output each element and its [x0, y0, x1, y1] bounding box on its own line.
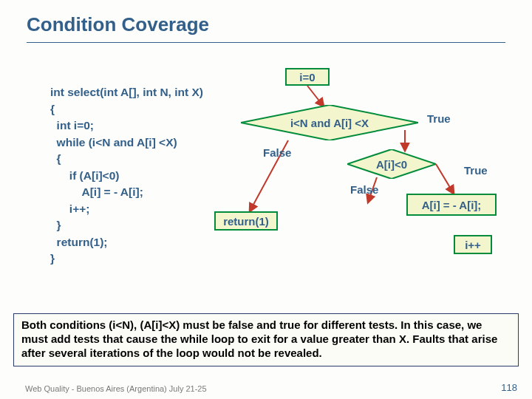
svg-line-0 — [307, 86, 324, 106]
flow-if-label: A[i]<0 — [347, 158, 436, 171]
flow-cond-false-label: False — [263, 146, 291, 159]
code-line: } — [50, 252, 55, 265]
flow-return-box: return(1) — [214, 211, 278, 231]
code-line: } — [50, 219, 61, 231]
code-line: int select(int A[], int N, int X) — [50, 86, 203, 98]
flow-cond-true-label: True — [427, 112, 451, 125]
code-line: A[i] = - A[i]; — [50, 185, 143, 198]
flow-if-true-label: True — [464, 164, 488, 177]
content-area: int select(int A[], int N, int X) { int … — [28, 61, 504, 312]
title-rule — [27, 42, 505, 43]
explanation-box: Both conditions (i<N), (A[i]<X) must be … — [13, 313, 519, 366]
code-line: i++; — [50, 202, 89, 215]
flow-if-false-label: False — [350, 183, 378, 196]
page-number: 118 — [501, 382, 517, 393]
code-line: if (A[i]<0) — [50, 169, 119, 182]
flow-incr-box: i++ — [454, 235, 492, 254]
code-block: int select(int A[], int N, int X) { int … — [50, 68, 203, 284]
code-line: int i=0; — [50, 119, 94, 132]
flow-assign-box: A[i] = - A[i]; — [406, 194, 497, 216]
svg-line-3 — [436, 164, 454, 194]
flow-init-box: i=0 — [285, 68, 330, 86]
flow-cond-label: i<N and A[i] <X — [241, 117, 418, 129]
flow-cond-diamond: i<N and A[i] <X — [241, 105, 418, 140]
code-line: return(1); — [50, 236, 108, 248]
slide-title: Condition Coverage — [0, 0, 532, 41]
flow-if-diamond: A[i]<0 — [347, 149, 436, 179]
code-line: { — [50, 152, 61, 165]
code-line: { — [50, 103, 55, 115]
code-line: while (i<N and A[i] <X) — [50, 136, 177, 149]
footer-text: Web Quality - Buenos Aires (Argentina) J… — [25, 384, 207, 393]
